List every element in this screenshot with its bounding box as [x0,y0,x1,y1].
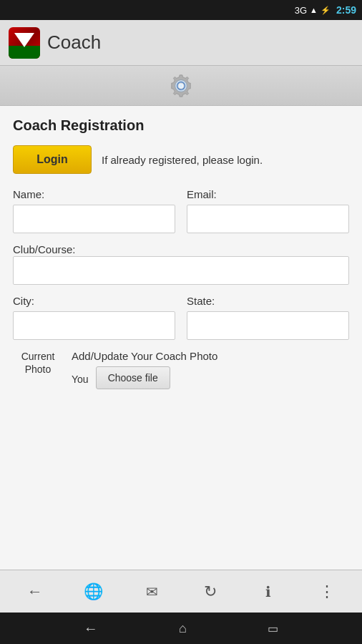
nav-more-button[interactable]: ⋮ [310,575,344,609]
android-nav-bar: ← ⌂ ▭ [0,613,362,644]
gear-bar [0,66,362,106]
city-input[interactable] [13,311,175,340]
city-state-row: City: State: [13,295,349,340]
email-label: Email: [187,188,349,200]
state-label: State: [187,295,349,307]
club-course-input[interactable] [13,256,349,285]
svg-point-5 [179,84,182,87]
refresh-icon: ↻ [204,582,217,601]
app-logo [9,27,40,59]
wifi-icon: ⚡ [321,6,331,15]
signal-icon: ▲ [310,6,318,14]
login-hint: If already registered, please login. [102,152,263,167]
signal-indicator: 3G [295,5,307,16]
nav-refresh-button[interactable]: ↻ [193,575,228,609]
club-course-label: Club/Course: [13,243,76,255]
mail-icon: ✉ [146,583,158,600]
android-recent-button[interactable]: ▭ [268,622,278,635]
email-field-group: Email: [187,188,349,233]
club-course-group: Club/Course: [13,243,349,285]
city-field-group: City: [13,295,175,340]
name-email-row: Name: Email: [13,188,349,233]
settings-icon[interactable] [167,72,195,100]
photo-update-text: Add/Update Your Coach Photo [72,350,217,362]
nav-back-button[interactable]: ← [18,575,52,609]
logo-arrow [14,33,34,47]
nav-mail-button[interactable]: ✉ [134,575,169,609]
state-input[interactable] [187,311,349,340]
name-label: Name: [13,188,175,200]
main-content: Coach Registration Login If already regi… [0,106,362,570]
photo-right: Add/Update Your Coach Photo You Choose f… [72,350,217,389]
choose-file-button[interactable]: Choose file [96,366,170,389]
city-label: City: [13,295,175,307]
current-photo-label: Current Photo [13,350,63,376]
nav-info-button[interactable]: ℹ [251,575,285,609]
bottom-nav: ← 🌐 ✉ ↻ ℹ ⋮ [0,570,362,613]
android-back-button[interactable]: ← [84,620,98,637]
login-row: Login If already registered, please logi… [13,145,349,174]
status-time: 2:59 [336,4,356,16]
more-icon: ⋮ [319,582,335,601]
page-title: Coach Registration [13,117,349,134]
state-field-group: State: [187,295,349,340]
email-input[interactable] [187,205,349,233]
app-title: Coach [47,31,101,54]
name-input[interactable] [13,205,175,233]
name-field-group: Name: [13,188,175,233]
globe-icon: 🌐 [84,582,103,601]
you-label: You [72,374,89,385]
back-nav-icon: ← [27,582,43,601]
status-bar: 3G ▲ ⚡ 2:59 [0,0,362,20]
photo-row: Current Photo Add/Update Your Coach Phot… [13,350,349,389]
nav-globe-button[interactable]: 🌐 [76,575,110,609]
app-header: Coach [0,20,362,66]
login-button[interactable]: Login [13,145,92,174]
android-home-button[interactable]: ⌂ [179,621,187,636]
info-icon: ℹ [265,583,271,600]
